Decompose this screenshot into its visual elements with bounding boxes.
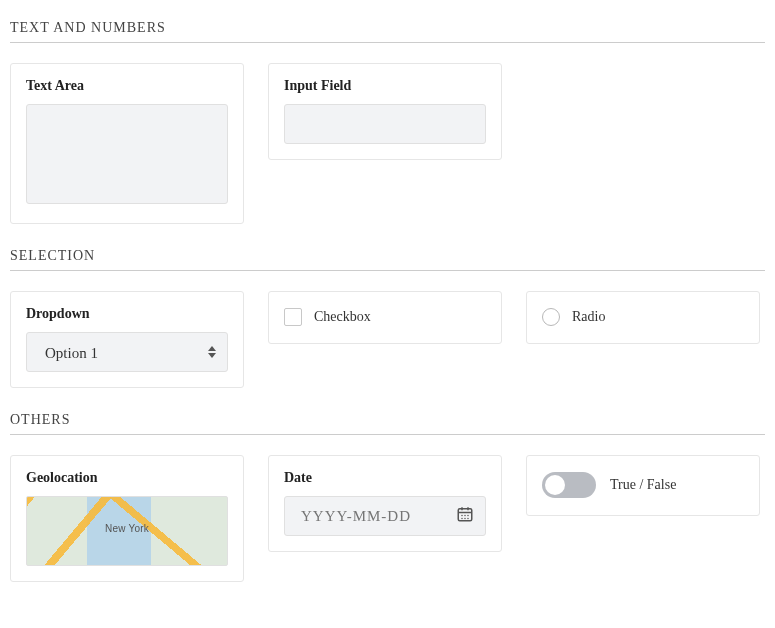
checkbox-label: Checkbox	[314, 310, 371, 324]
toggle-card: True / False	[526, 455, 760, 516]
svg-point-8	[464, 518, 466, 520]
text-area-label: Text Area	[26, 78, 228, 94]
text-area-card: Text Area	[10, 63, 244, 224]
geolocation-card: Geolocation	[10, 455, 244, 582]
svg-point-5	[464, 515, 466, 517]
radio-label: Radio	[572, 310, 605, 324]
date-label: Date	[284, 470, 486, 486]
input-field-card: Input Field	[268, 63, 502, 160]
dropdown-label: Dropdown	[26, 306, 228, 322]
toggle-knob	[545, 475, 565, 495]
text-area-input[interactable]	[26, 104, 228, 204]
section-text-and-numbers: TEXT AND NUMBERS	[10, 20, 765, 43]
radio-input[interactable]	[542, 308, 560, 326]
svg-point-6	[467, 515, 469, 517]
date-card: Date	[268, 455, 502, 552]
calendar-icon[interactable]	[456, 505, 474, 527]
section-others: OTHERS	[10, 412, 765, 435]
section-selection: SELECTION	[10, 248, 765, 271]
dropdown-card: Dropdown Option 1	[10, 291, 244, 388]
dropdown-select[interactable]: Option 1	[26, 332, 228, 372]
geolocation-map[interactable]	[26, 496, 228, 566]
svg-point-9	[467, 518, 469, 520]
checkbox-card: Checkbox	[268, 291, 502, 344]
radio-card: Radio	[526, 291, 760, 344]
input-field-label: Input Field	[284, 78, 486, 94]
geolocation-label: Geolocation	[26, 470, 228, 486]
toggle-switch[interactable]	[542, 472, 596, 498]
checkbox-input[interactable]	[284, 308, 302, 326]
toggle-label: True / False	[610, 478, 676, 492]
svg-point-7	[461, 518, 463, 520]
input-field-input[interactable]	[284, 104, 486, 144]
svg-point-4	[461, 515, 463, 517]
